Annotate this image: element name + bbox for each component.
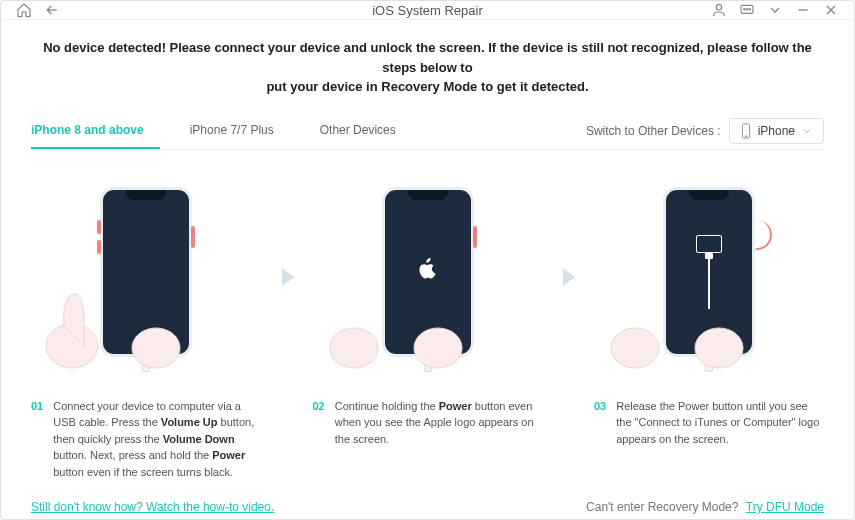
step-number: 02 [313,398,325,448]
step-description: Continue holding the Power button even w… [335,398,543,448]
tab-row: iPhone 8 and above iPhone 7/7 Plus Other… [31,113,824,150]
window-title: iOS System Repair [372,3,483,18]
content-area: No device detected! Please connect your … [1,20,854,490]
svg-point-8 [132,328,180,368]
hand-icon [326,266,466,376]
alert-line1: No device detected! Please connect your … [43,40,812,75]
svg-point-9 [330,328,378,368]
step3-illustration [629,172,789,372]
arrow-icon [272,262,302,296]
alert-message: No device detected! Please connect your … [31,38,824,97]
step-2: 02 Continue holding the Power button eve… [313,172,543,448]
phone-icon [740,123,752,139]
svg-point-0 [716,5,721,10]
chevron-down-icon[interactable] [766,1,784,19]
device-selected: iPhone [758,124,795,138]
svg-point-12 [695,328,743,368]
hand-icon [607,266,747,376]
back-icon[interactable] [43,1,61,19]
howto-video-link[interactable]: Still don't know how? Watch the how-to v… [31,500,274,514]
step1-illustration [66,172,226,372]
alert-line2: put your device in Recovery Mode to get … [266,79,588,94]
step-description: Release the Power button until you see t… [616,398,824,448]
arrow-icon [553,262,583,296]
device-select[interactable]: iPhone [729,118,824,144]
svg-point-10 [414,328,462,368]
tab-other[interactable]: Other Devices [320,113,412,149]
step-number: 03 [594,398,606,448]
step-1: 01 Connect your device to computer via a… [31,172,261,481]
home-icon[interactable] [15,1,33,19]
tab-iphone7[interactable]: iPhone 7/7 Plus [190,113,290,149]
minimize-icon[interactable] [794,1,812,19]
hand-icon [44,266,184,376]
svg-point-4 [749,9,750,10]
titlebar: iOS System Repair [1,1,854,20]
svg-point-11 [611,328,659,368]
step-description: Connect your device to computer via a US… [53,398,261,481]
chevron-down-icon [801,125,813,137]
footer: Still don't know how? Watch the how-to v… [1,490,854,520]
svg-point-2 [744,9,745,10]
tab-iphone8[interactable]: iPhone 8 and above [31,113,160,149]
user-icon[interactable] [710,1,728,19]
step-3: 03 Release the Power button until you se… [594,172,824,448]
feedback-icon[interactable] [738,1,756,19]
dfu-mode-link[interactable]: Try DFU Mode [746,500,824,514]
device-switcher: Switch to Other Devices : iPhone [586,118,824,144]
steps-row: 01 Connect your device to computer via a… [31,160,824,481]
dfu-prompt: Can't enter Recovery Mode? [586,500,738,514]
svg-point-6 [745,135,746,136]
step2-illustration [348,172,508,372]
app-window: iOS System Repair No device detected! Pl… [0,0,855,520]
close-icon[interactable] [822,1,840,19]
step-number: 01 [31,398,43,481]
switch-label: Switch to Other Devices : [586,124,721,138]
svg-point-3 [746,9,747,10]
